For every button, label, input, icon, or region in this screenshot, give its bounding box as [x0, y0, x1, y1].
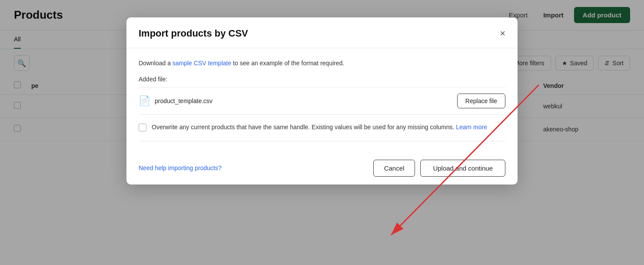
cancel-button[interactable]: Cancel — [373, 160, 415, 177]
upload-continue-button[interactable]: Upload and continue — [420, 160, 505, 177]
modal-description: Download a sample CSV template to see an… — [139, 59, 505, 68]
overwrite-checkbox-row: Overwrite any current products that have… — [139, 123, 505, 141]
modal-close-button[interactable]: × — [500, 29, 505, 38]
footer-buttons: Cancel Upload and continue — [373, 160, 505, 177]
modal-footer: Need help importing products? Cancel Upl… — [126, 152, 518, 184]
overwrite-label: Overwrite any current products that have… — [152, 123, 487, 132]
file-icon: 📄 — [139, 95, 150, 107]
added-file-label: Added file: — [139, 76, 505, 83]
modal-title: Import products by CSV — [139, 28, 248, 39]
modal-body: Download a sample CSV template to see an… — [126, 48, 518, 152]
file-name: product_template.csv — [155, 97, 212, 104]
modal-header: Import products by CSV × — [126, 17, 518, 48]
learn-more-link[interactable]: Learn more — [456, 124, 487, 131]
sample-csv-link[interactable]: sample CSV template — [173, 60, 231, 67]
import-csv-modal: Import products by CSV × Download a samp… — [126, 17, 518, 184]
help-link[interactable]: Need help importing products? — [139, 164, 222, 171]
file-row: 📄 product_template.csv Replace file — [139, 87, 505, 115]
modal-overlay: Import products by CSV × Download a samp… — [0, 0, 644, 265]
overwrite-checkbox[interactable] — [139, 124, 146, 131]
file-info: 📄 product_template.csv — [139, 95, 212, 107]
replace-file-button[interactable]: Replace file — [457, 94, 505, 108]
